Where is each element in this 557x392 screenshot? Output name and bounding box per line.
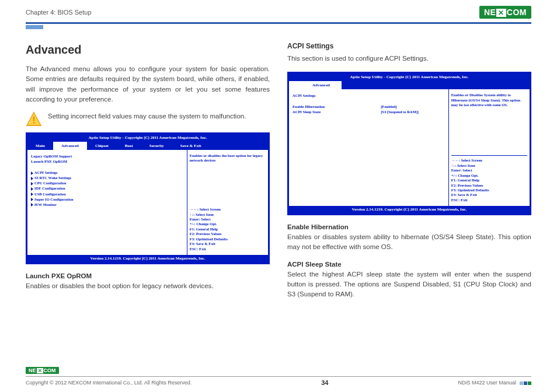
acpi-intro: This section is used to configure ACPI S… [287, 54, 531, 64]
bios1-tab-save: Save & Exit [172, 142, 210, 150]
header-rule [26, 22, 531, 24]
copyright-text: Copyright © 2012 NEXCOM International Co… [26, 380, 192, 386]
bios2-right-pane: Enables or Disables System ability to Hi… [449, 89, 530, 206]
triangle-icon [31, 187, 33, 191]
bios1-footer: Version 2.14.1219. Copyright (C) 2011 Am… [27, 255, 268, 262]
bios2-footer: Version 2.14.1219. Copyright (C) 2011 Am… [289, 206, 530, 214]
triangle-icon [31, 203, 33, 206]
bios-screenshot-2: Aptio Setup Utility - Copyright (C) 2011… [287, 72, 531, 215]
triangle-icon [31, 177, 33, 180]
field2-name: Enable Hibernation [287, 222, 531, 232]
list-item: USB Configuration [31, 191, 183, 197]
bios2-body: ACPI Settings Enable Hibernation[Enabled… [289, 89, 530, 206]
bios1-tab-security: Security [141, 142, 172, 150]
list-item: H/W Monitor [31, 202, 183, 207]
triangle-icon [31, 172, 33, 175]
bios2-help: Enables or Disables System ability to Hi… [451, 93, 527, 107]
bios2-title: Aptio Setup Utility - Copyright (C) 2011… [289, 74, 530, 81]
page-footer: NE✕COM Copyright © 2012 NEXCOM Internati… [26, 364, 531, 386]
list-item: S5 RTC Wake Settings [31, 175, 183, 180]
list-item: CPU Configuration [31, 180, 183, 186]
left-column: Advanced The Advanced menu allows you to… [26, 41, 270, 300]
page-title: Advanced [26, 41, 270, 58]
bios2-row-1: Enable Hibernation[Enabled] [293, 104, 445, 109]
bios-screenshot-1: Aptio Setup Utility - Copyright (C) 2011… [26, 132, 270, 264]
bios1-tab-main: Main [27, 142, 53, 150]
field1-name: Launch PXE OpROM [26, 271, 270, 281]
bios1-body: Legacy OpROM Support Launch PXE OpROM AC… [27, 150, 268, 255]
bios1-right-pane: Enables or disables the boot option for … [187, 150, 268, 255]
triangle-icon [31, 198, 33, 201]
list-item: ACPI Settings [31, 170, 183, 175]
list-item: IDE Configuration [31, 186, 183, 191]
bios2-left-pane: ACPI Settings Enable Hibernation[Enabled… [289, 89, 449, 206]
bios1-tab-advanced: Advanced [53, 142, 87, 150]
page-header: Chapter 4: BIOS Setup NE✕COM [0, 0, 557, 22]
bios2-keys: →←: Select Screen ↑↓: Select Item Enter:… [451, 155, 527, 202]
bios1-tab-boot: Boot [117, 142, 141, 150]
triangle-icon [31, 192, 33, 196]
bios1-title: Aptio Setup Utility - Copyright (C) 2011… [27, 134, 268, 142]
page-number: 34 [321, 379, 328, 386]
bios1-tabs: Main Advanced Chipset Boot Security Save… [27, 142, 268, 150]
content-area: Advanced The Advanced menu allows you to… [0, 29, 557, 300]
bios2-tab-advanced: Advanced [289, 81, 342, 90]
svg-rect-2 [33, 122, 35, 124]
field3-name: ACPI Sleep State [287, 260, 531, 270]
footer-row: Copyright © 2012 NEXCOM International Co… [26, 379, 531, 386]
acpi-heading: ACPI Settings [287, 41, 531, 51]
intro-text: The Advanced menu allows you to configur… [26, 64, 270, 104]
header-accent [26, 25, 43, 29]
bios1-help: Enables or disables the boot option for … [190, 153, 266, 163]
bios2-row-2: ACPI Sleep State[S3 (Suspend to RAM)] [293, 109, 445, 114]
footer-rule [26, 376, 531, 377]
logo-x-icon: ✕ [496, 9, 506, 17]
field2-desc: Enables or disables system ability to hi… [287, 232, 531, 253]
chapter-label: Chapter 4: BIOS Setup [26, 9, 92, 16]
footer-deco-icon [520, 382, 531, 385]
triangle-icon [31, 182, 33, 186]
bios2-tabs: Advanced [289, 81, 530, 90]
right-column: ACPI Settings This section is used to co… [287, 41, 531, 300]
bios1-keys: →←: Select Screen ↑↓: Select Item Enter:… [190, 207, 266, 251]
bios1-left-pane: Legacy OpROM Support Launch PXE OpROM AC… [27, 150, 187, 255]
list-item: Super IO Configuration [31, 197, 183, 202]
manual-name: NDiS M422 User Manual [458, 380, 531, 386]
footer-logo: NE✕COM [26, 367, 59, 374]
warning-box: Setting incorrect field values may cause… [26, 111, 270, 127]
logo-x-icon: ✕ [37, 368, 43, 373]
field3-desc: Select the highest ACPI sleep state the … [287, 270, 531, 300]
brand-logo: NE✕COM [479, 6, 531, 19]
warning-text: Setting incorrect field values may cause… [48, 111, 246, 121]
bios1-tab-chipset: Chipset [87, 142, 117, 150]
warning-icon [26, 111, 42, 127]
svg-rect-1 [33, 117, 35, 121]
field1-desc: Enables or disables the boot option for … [26, 281, 270, 291]
